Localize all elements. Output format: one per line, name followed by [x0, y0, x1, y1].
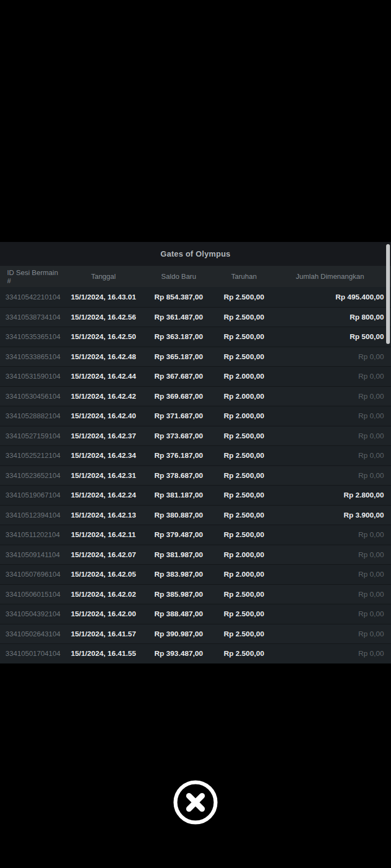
cell-date: 15/1/2024, 16.42.00	[61, 610, 146, 618]
column-header-win: Jumlah Dimenangkan	[276, 272, 391, 280]
cell-win: Rp 0,00	[276, 451, 391, 459]
cell-win: Rp 800,00	[276, 313, 391, 321]
cell-bet: Rp 2.500,00	[212, 333, 276, 341]
cell-bet: Rp 2.000,00	[212, 412, 276, 420]
cell-win: Rp 500,00	[276, 333, 391, 341]
cell-win: Rp 0,00	[276, 353, 391, 361]
cell-bet: Rp 2.000,00	[212, 372, 276, 380]
cell-id: 33410502643104	[0, 630, 61, 638]
cell-date: 15/1/2024, 16.42.56	[61, 313, 146, 321]
cell-date: 15/1/2024, 16.41.57	[61, 630, 146, 638]
cell-bet: Rp 2.500,00	[212, 313, 276, 321]
cell-balance: Rp 380.887,00	[146, 511, 212, 519]
close-button[interactable]	[173, 780, 218, 825]
cell-date: 15/1/2024, 16.43.01	[61, 293, 146, 301]
cell-win: Rp 0,00	[276, 372, 391, 380]
cell-id: 33410523652104	[0, 471, 61, 480]
cell-date: 15/1/2024, 16.42.40	[61, 412, 146, 420]
cell-id: 33410528882104	[0, 412, 61, 420]
screen: Gates of Olympus ID Sesi Bermain #Tangga…	[0, 0, 391, 868]
cell-balance: Rp 381.987,00	[146, 551, 212, 559]
cell-date: 15/1/2024, 16.42.50	[61, 333, 146, 341]
table-row: 3341052365210415/1/2024, 16.42.31Rp 378.…	[0, 465, 391, 486]
cell-id: 33410512394104	[0, 511, 61, 519]
cell-balance: Rp 371.687,00	[146, 412, 212, 420]
cell-win: Rp 0,00	[276, 630, 391, 638]
table-row: 3341050264310415/1/2024, 16.41.57Rp 390.…	[0, 624, 391, 644]
cell-date: 15/1/2024, 16.42.07	[61, 551, 146, 559]
column-header-balance: Saldo Baru	[146, 272, 212, 280]
cell-bet: Rp 2.500,00	[212, 353, 276, 361]
cell-balance: Rp 383.987,00	[146, 570, 212, 578]
table-row: 3341050769610415/1/2024, 16.42.05Rp 383.…	[0, 564, 391, 584]
cell-id: 33410535365104	[0, 333, 61, 341]
table-row: 3341051120210415/1/2024, 16.42.11Rp 379.…	[0, 525, 391, 545]
table-body[interactable]: 3341054221010415/1/2024, 16.43.01Rp 854.…	[0, 287, 391, 663]
table-row: 3341053159010415/1/2024, 16.42.44Rp 367.…	[0, 366, 391, 386]
cell-balance: Rp 373.687,00	[146, 432, 212, 440]
cell-balance: Rp 854.387,00	[146, 293, 212, 301]
table-row: 3341050170410415/1/2024, 16.41.55Rp 393.…	[0, 643, 391, 663]
cell-balance: Rp 365.187,00	[146, 353, 212, 361]
cell-bet: Rp 2.500,00	[212, 451, 276, 459]
cell-balance: Rp 363.187,00	[146, 333, 212, 341]
cell-id: 33410506015104	[0, 590, 61, 598]
cell-bet: Rp 2.500,00	[212, 471, 276, 480]
cell-win: Rp 0,00	[276, 590, 391, 598]
cell-balance: Rp 367.687,00	[146, 372, 212, 380]
cell-date: 15/1/2024, 16.42.02	[61, 590, 146, 598]
cell-id: 33410542210104	[0, 293, 61, 301]
cell-win: Rp 0,00	[276, 570, 391, 578]
cell-balance: Rp 393.487,00	[146, 649, 212, 658]
cell-date: 15/1/2024, 16.42.31	[61, 471, 146, 480]
cell-balance: Rp 378.687,00	[146, 471, 212, 480]
cell-win: Rp 2.800,00	[276, 491, 391, 499]
cell-bet: Rp 2.000,00	[212, 570, 276, 578]
cell-id: 33410527159104	[0, 432, 61, 440]
table-row: 3341051906710415/1/2024, 16.42.24Rp 381.…	[0, 485, 391, 505]
scrollbar-thumb[interactable]	[386, 244, 390, 344]
cell-bet: Rp 2.000,00	[212, 551, 276, 559]
cell-bet: Rp 2.500,00	[212, 630, 276, 638]
table-row: 3341053386510415/1/2024, 16.42.48Rp 365.…	[0, 347, 391, 367]
cell-bet: Rp 2.500,00	[212, 432, 276, 440]
cell-balance: Rp 361.487,00	[146, 313, 212, 321]
cell-date: 15/1/2024, 16.42.34	[61, 451, 146, 459]
cell-date: 15/1/2024, 16.42.42	[61, 392, 146, 400]
table-row: 3341053873410415/1/2024, 16.42.56Rp 361.…	[0, 307, 391, 327]
game-title: Gates of Olympus	[161, 250, 231, 258]
cell-balance: Rp 379.487,00	[146, 531, 212, 539]
cell-balance: Rp 385.987,00	[146, 590, 212, 598]
table-header-row: ID Sesi Bermain #TanggalSaldo BaruTaruha…	[0, 266, 391, 287]
cell-id: 33410501704104	[0, 649, 61, 658]
cell-id: 33410519067104	[0, 491, 61, 499]
cell-bet: Rp 2.500,00	[212, 590, 276, 598]
table-row: 3341051239410415/1/2024, 16.42.13Rp 380.…	[0, 505, 391, 525]
cell-date: 15/1/2024, 16.42.13	[61, 511, 146, 519]
column-header-id: ID Sesi Bermain #	[0, 269, 61, 285]
cell-id: 33410507696104	[0, 570, 61, 578]
cell-win: Rp 0,00	[276, 432, 391, 440]
cell-date: 15/1/2024, 16.42.37	[61, 432, 146, 440]
cell-bet: Rp 2.000,00	[212, 392, 276, 400]
cell-id: 33410533865104	[0, 353, 61, 361]
cell-bet: Rp 2.500,00	[212, 649, 276, 658]
table-row: 3341053045610415/1/2024, 16.42.42Rp 369.…	[0, 386, 391, 406]
cell-date: 15/1/2024, 16.42.48	[61, 353, 146, 361]
cell-id: 33410531590104	[0, 372, 61, 380]
cell-bet: Rp 2.500,00	[212, 610, 276, 618]
cell-win: Rp 495.400,00	[276, 293, 391, 301]
cell-date: 15/1/2024, 16.42.24	[61, 491, 146, 499]
cell-win: Rp 3.900,00	[276, 511, 391, 519]
cell-bet: Rp 2.500,00	[212, 491, 276, 499]
cell-win: Rp 0,00	[276, 649, 391, 658]
cell-balance: Rp 376.187,00	[146, 451, 212, 459]
cell-bet: Rp 2.500,00	[212, 531, 276, 539]
table-row: 3341054221010415/1/2024, 16.43.01Rp 854.…	[0, 287, 391, 307]
cell-bet: Rp 2.500,00	[212, 293, 276, 301]
cell-balance: Rp 381.187,00	[146, 491, 212, 499]
cell-date: 15/1/2024, 16.42.44	[61, 372, 146, 380]
column-header-date: Tanggal	[61, 272, 146, 280]
game-history-panel: Gates of Olympus ID Sesi Bermain #Tangga…	[0, 242, 391, 663]
cell-win: Rp 0,00	[276, 392, 391, 400]
